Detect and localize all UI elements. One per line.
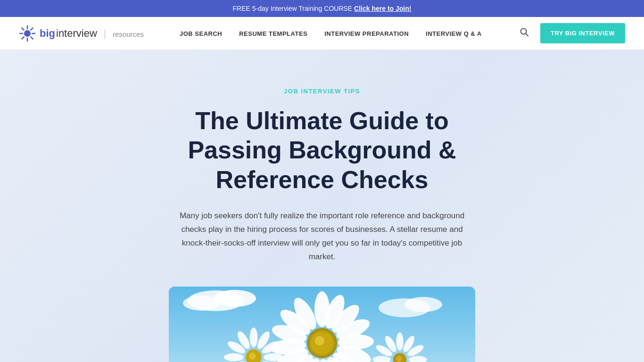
- svg-point-35: [315, 336, 324, 346]
- logo-icon: [19, 25, 36, 42]
- svg-line-6: [31, 37, 33, 39]
- svg-point-45: [224, 353, 244, 361]
- search-button[interactable]: [518, 25, 531, 41]
- try-big-interview-button[interactable]: TRY BIG INTERVIEW: [540, 23, 625, 43]
- nav-item-interview-preparation[interactable]: INTERVIEW PREPARATION: [324, 29, 409, 38]
- banner-link[interactable]: Click here to Join!: [354, 5, 411, 12]
- svg-point-14: [183, 296, 221, 311]
- nav-link-interview-preparation[interactable]: INTERVIEW PREPARATION: [324, 30, 409, 37]
- hero-image-svg: [169, 287, 475, 362]
- logo-text: biginterview | resources: [40, 27, 144, 40]
- logo-divider: |: [104, 28, 106, 39]
- hero-category[interactable]: JOB INTERVIEW TIPS: [284, 88, 360, 95]
- svg-point-16: [405, 297, 442, 312]
- svg-line-7: [31, 28, 33, 30]
- svg-point-50: [396, 332, 403, 351]
- svg-point-0: [24, 30, 31, 37]
- navbar: biginterview | resources JOB SEARCH RESU…: [0, 17, 644, 50]
- nav-item-interview-qa[interactable]: INTERVIEW Q & A: [426, 29, 482, 38]
- banner-text: FREE 5-day Interview Training COURSE: [233, 5, 355, 12]
- svg-point-39: [264, 353, 283, 361]
- nav-link-interview-qa[interactable]: INTERVIEW Q & A: [426, 30, 482, 37]
- svg-point-36: [250, 328, 258, 347]
- navbar-left: biginterview | resources: [19, 25, 144, 42]
- logo-resources: resources: [113, 30, 144, 38]
- svg-point-49: [249, 353, 256, 359]
- svg-line-5: [22, 28, 24, 30]
- nav-item-resume-templates[interactable]: RESUME TEMPLATES: [239, 29, 307, 38]
- logo[interactable]: biginterview | resources: [19, 25, 144, 42]
- hero-description: Many job seekers don't fully realize the…: [169, 209, 475, 264]
- nav-link-job-search[interactable]: JOB SEARCH: [180, 30, 222, 37]
- hero-section: JOB INTERVIEW TIPS The Ultimate Guide to…: [0, 50, 644, 362]
- logo-interview: interview: [56, 27, 97, 40]
- svg-line-10: [526, 33, 528, 36]
- svg-line-8: [22, 37, 24, 39]
- nav-link-resume-templates[interactable]: RESUME TEMPLATES: [239, 30, 307, 37]
- nav-item-job-search[interactable]: JOB SEARCH: [180, 29, 222, 38]
- svg-point-63: [396, 356, 402, 362]
- navbar-right: TRY BIG INTERVIEW: [518, 23, 625, 43]
- hero-image: [169, 287, 475, 362]
- top-banner: FREE 5-day Interview Training COURSE Cli…: [0, 0, 644, 17]
- navbar-nav: JOB SEARCH RESUME TEMPLATES INTERVIEW PR…: [180, 29, 482, 38]
- logo-big: big: [40, 27, 55, 40]
- search-icon: [520, 27, 529, 37]
- hero-title: The Ultimate Guide to Passing Background…: [166, 106, 478, 194]
